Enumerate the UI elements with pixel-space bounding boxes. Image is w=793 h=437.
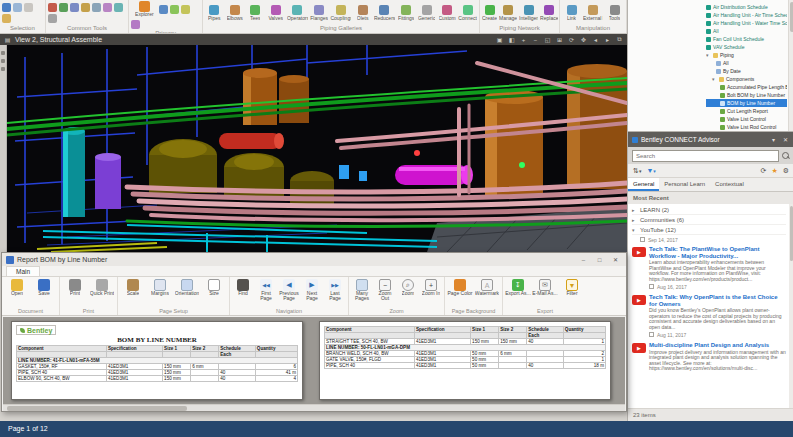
move-icon[interactable] — [70, 3, 79, 12]
advisor-card[interactable]: ▶ Tech Talk: Why OpenPlant is the Best C… — [632, 294, 786, 339]
sort-icon[interactable]: ⇅▾ — [633, 167, 641, 175]
tree-node-report[interactable]: Valve List Control — [706, 115, 787, 123]
maximize-button[interactable]: □ — [593, 255, 606, 265]
report-preview-canvas[interactable]: Bentley BOM BY LINE NUMBER ComponentSpec… — [3, 317, 625, 404]
size-button[interactable]: Size — [201, 278, 227, 296]
tab-general[interactable]: General — [628, 178, 659, 191]
tab-main[interactable]: Main — [6, 266, 40, 276]
chevron-down-icon[interactable]: ▾ — [769, 136, 778, 143]
filter-icon[interactable]: ▼▾ — [646, 167, 655, 174]
report-window-title-bar[interactable]: Report BOM by Line Number – □ ✕ — [2, 253, 626, 266]
view-menu-icon[interactable]: ▤ — [3, 36, 12, 43]
array-icon[interactable] — [103, 3, 112, 12]
print-button[interactable]: Print — [62, 278, 88, 296]
handle-icon[interactable] — [2, 14, 11, 23]
element-selection-icon[interactable] — [2, 3, 11, 12]
delete-icon[interactable] — [48, 3, 57, 12]
group-learn[interactable]: ▸LEARN (2) — [632, 205, 786, 215]
filter-button[interactable]: ▼Filter — [559, 278, 585, 296]
custom-gallery-button[interactable]: Custom — [438, 5, 456, 21]
card-title-link[interactable]: Tech Talk: Why OpenPlant is the Best Cho… — [649, 294, 786, 307]
rotate-icon[interactable] — [81, 3, 90, 12]
last-page-button[interactable]: ▶▶Last Page — [324, 278, 346, 301]
advisor-title-bar[interactable]: Bentley CONNECT Advisor ▾ ✕ — [628, 132, 793, 147]
tree-scrollbar[interactable] — [788, 0, 793, 131]
tree-node-all[interactable]: All — [706, 59, 787, 67]
schedule-item[interactable]: Fan Coil Unit Schedule — [706, 35, 787, 43]
advisor-card[interactable]: ▶ Tech Talk: The PlantWise to OpenPlant … — [632, 246, 786, 291]
schedule-item[interactable]: All — [706, 27, 787, 35]
zoom-in-icon[interactable]: + — [519, 37, 528, 43]
page-color-button[interactable]: Page Color — [447, 278, 473, 296]
tab-personal-learn[interactable]: Personal Learn — [659, 178, 710, 191]
close-button[interactable]: ✕ — [609, 255, 622, 265]
margins-button[interactable]: Margins — [147, 278, 173, 296]
models-icon[interactable] — [170, 5, 179, 14]
find-button[interactable]: Find — [232, 278, 254, 296]
window-area-icon[interactable]: ◱ — [543, 36, 552, 43]
favorites-star-icon[interactable]: ★ — [771, 167, 777, 175]
tree-node-report[interactable]: Cut Length Report — [706, 107, 787, 115]
email-as-button[interactable]: ✉E-Mail As... — [532, 278, 558, 296]
view-attributes-icon[interactable]: ▣ — [495, 36, 504, 43]
next-page-button[interactable]: ▶Next Page — [301, 278, 323, 301]
tree-node-by-date[interactable]: By Date — [706, 67, 787, 75]
card-title-link[interactable]: Tech Talk: The PlantWise to OpenPlant Wo… — [649, 246, 786, 259]
many-pages-button[interactable]: Many Pages — [351, 278, 373, 301]
open-button[interactable]: Open — [4, 278, 30, 296]
export-as-button[interactable]: ↧Export As... — [505, 278, 531, 296]
connect-gallery-button[interactable]: Connect — [458, 5, 477, 21]
reducers-gallery-button[interactable]: Reducers — [374, 5, 395, 21]
collapse-icon[interactable]: ▾ — [706, 52, 711, 58]
card-title-link[interactable]: Multi-discipline Plant Design and Analys… — [649, 342, 786, 349]
couplings-gallery-button[interactable]: Couplings — [330, 5, 351, 21]
schedule-item[interactable]: VAV Schedule — [706, 43, 787, 51]
zoom-in-button[interactable]: +Zoom In — [420, 278, 442, 296]
settings-gear-icon[interactable]: ⚙ — [783, 167, 789, 175]
quick-print-button[interactable]: Quick Print — [89, 278, 115, 296]
tree-node-components[interactable]: ▾Components — [706, 75, 787, 83]
zoom-out-icon[interactable]: − — [531, 37, 540, 43]
scale-icon[interactable] — [114, 3, 123, 12]
horizontal-scrollbar[interactable] — [3, 404, 625, 411]
refresh-icon[interactable]: ⟳ — [761, 167, 767, 175]
replace-button[interactable]: Replace — [540, 5, 558, 21]
attach-tools-icon[interactable] — [159, 5, 168, 14]
mirror-icon[interactable] — [92, 3, 101, 12]
level-display-icon[interactable] — [181, 5, 190, 14]
save-button[interactable]: Save — [31, 278, 57, 296]
pan-view-icon[interactable]: ✥ — [579, 36, 588, 43]
zoom-button[interactable]: ⌕Zoom — [397, 278, 419, 296]
tools-button[interactable]: Tools — [605, 5, 624, 21]
tab-contextual[interactable]: Contextual — [710, 178, 749, 191]
olets-gallery-button[interactable]: Olets — [353, 5, 371, 21]
tree-node-report[interactable]: Valve List Rod Control — [706, 123, 787, 131]
elbows-gallery-button[interactable]: Elbows — [225, 5, 243, 21]
scale-button[interactable]: Scale — [120, 278, 146, 296]
3d-plant-model-view[interactable] — [7, 45, 627, 252]
flanges-gallery-button[interactable]: Flanges — [310, 5, 328, 21]
first-page-button[interactable]: ◀◀First Page — [255, 278, 277, 301]
orientation-button[interactable]: Orientation — [174, 278, 200, 296]
tree-node-report-selected[interactable]: BOM by Line Number — [706, 99, 787, 107]
intelligent-connectivity-button[interactable]: Intelligent Connectivity — [519, 5, 538, 21]
tree-node-report[interactable]: Bolt BOM by Line Number — [706, 91, 787, 99]
previous-page-button[interactable]: ◀Previous Page — [278, 278, 300, 301]
copy-view-icon[interactable]: ⧉ — [615, 36, 624, 43]
generic-gallery-button[interactable]: Generic — [417, 5, 435, 21]
rotate-view-icon[interactable]: ⟳ — [567, 36, 576, 43]
search-icon[interactable] — [781, 151, 790, 160]
select-options-icon[interactable] — [24, 3, 33, 12]
schedule-item[interactable]: Air Handling Unit - Air Time Schedule — [706, 11, 787, 19]
watermark-button[interactable]: AWatermark — [474, 278, 500, 296]
group-youtube[interactable]: ▾YouTube (12) — [632, 225, 786, 235]
manage-button[interactable]: Manage — [499, 5, 517, 21]
tree-node-report[interactable]: Accumulated Pipe Length BOM — [706, 83, 787, 91]
docked-toolbar-strip[interactable] — [0, 45, 7, 252]
link-button[interactable]: Link — [562, 5, 581, 21]
collapse-icon[interactable]: ▾ — [712, 76, 717, 82]
fit-view-icon[interactable]: ⊞ — [555, 36, 564, 43]
minimize-button[interactable]: – — [577, 255, 590, 265]
view-previous-icon[interactable]: ◂ — [591, 36, 600, 43]
view-display-style-icon[interactable]: ◧ — [507, 36, 516, 43]
